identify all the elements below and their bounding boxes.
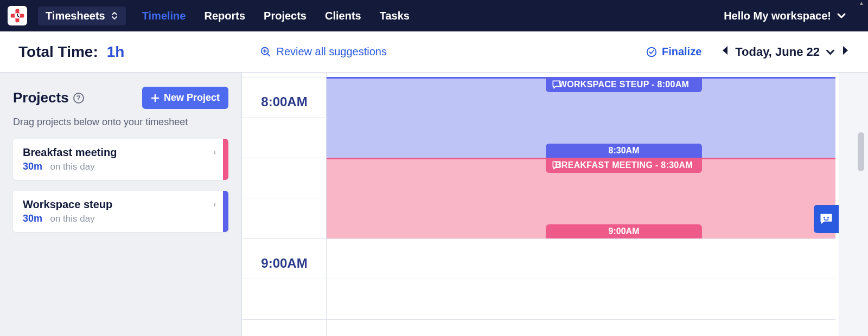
timeline-block-title: BREAKFAST MEETING - 8:30AM xyxy=(555,160,693,170)
date-picker: Today, June 22 xyxy=(721,45,850,59)
timeline-block-title: WORKSPACE STEUP - 8:00AM xyxy=(559,80,689,89)
project-duration: 30m xyxy=(23,213,42,224)
scrollbar-thumb[interactable] xyxy=(858,132,864,171)
projects-heading-text: Projects xyxy=(13,89,69,106)
comment-bubble-icon[interactable] xyxy=(551,160,562,173)
svg-point-6 xyxy=(827,217,829,218)
timesheets-menu[interactable]: Timesheets xyxy=(38,7,126,25)
project-color-bar xyxy=(223,191,228,232)
up-down-chevron-icon xyxy=(111,11,118,21)
kebab-icon[interactable]: ··· xyxy=(209,202,220,205)
tab-tasks[interactable]: Tasks xyxy=(380,10,410,22)
window-scroll-arrows[interactable]: ▲ xyxy=(856,0,867,31)
project-color-bar xyxy=(223,139,228,180)
check-circle-icon xyxy=(646,46,658,58)
project-title: Workspace steup xyxy=(23,198,200,211)
magnify-plus-icon xyxy=(260,46,272,58)
clock-plus-icon xyxy=(10,8,25,23)
date-label[interactable]: Today, June 22 xyxy=(735,45,820,59)
tab-timeline[interactable]: Timeline xyxy=(142,10,186,22)
chat-smile-icon xyxy=(819,211,834,227)
chevron-down-icon[interactable] xyxy=(826,47,835,55)
timesheets-label: Timesheets xyxy=(46,10,105,22)
app-logo[interactable] xyxy=(8,6,27,25)
timeline-block-header[interactable]: BREAKFAST MEETING - 8:30AM xyxy=(546,158,702,173)
project-duration: 30m xyxy=(23,161,42,172)
timeline-panel[interactable]: 8:00AM 9:00AM WORKSPACE STEUP - 8:00AM 8… xyxy=(242,73,868,336)
chat-widget[interactable] xyxy=(814,205,839,233)
prev-day-button[interactable] xyxy=(721,45,730,59)
projects-heading: Projects ? xyxy=(13,89,84,106)
main-body: Projects ? New Project Drag projects bel… xyxy=(0,73,868,336)
timeline-block-end-label: 9:00AM xyxy=(609,227,640,236)
projects-sidebar: Projects ? New Project Drag projects bel… xyxy=(0,73,242,336)
workspace-menu[interactable]: Hello My workspace! xyxy=(724,10,860,22)
review-suggestions-link[interactable]: Review all suggestions xyxy=(260,46,386,58)
project-card[interactable]: ··· Workspace steup 30m on this day xyxy=(13,191,228,232)
plus-icon xyxy=(151,94,159,102)
new-project-button[interactable]: New Project xyxy=(142,87,228,109)
kebab-icon[interactable]: ··· xyxy=(209,150,220,153)
project-card[interactable]: ··· Breakfast meeting 30m on this day xyxy=(13,139,228,180)
timeline-block-end: 8:30AM xyxy=(546,144,702,158)
tab-projects[interactable]: Projects xyxy=(264,10,307,22)
sidebar-hint: Drag projects below onto your timesheet xyxy=(13,117,228,128)
svg-point-4 xyxy=(647,47,656,56)
review-text: Review all suggestions xyxy=(276,46,386,58)
help-circle-icon[interactable]: ? xyxy=(73,93,84,104)
tab-reports[interactable]: Reports xyxy=(204,10,245,22)
svg-point-5 xyxy=(824,217,825,218)
timeline-block-end-label: 8:30AM xyxy=(609,146,640,156)
total-time-value: 1h xyxy=(107,43,125,61)
timeline-block-header[interactable]: WORKSPACE STEUP - 8:00AM xyxy=(546,77,702,92)
chevron-down-icon xyxy=(837,11,846,21)
total-time-label: Total Time: xyxy=(18,43,98,61)
timeline-block-end: 9:00AM xyxy=(546,224,702,238)
finalize-button[interactable]: Finalize xyxy=(646,46,701,58)
finalize-text: Finalize xyxy=(662,46,701,58)
tab-clients[interactable]: Clients xyxy=(325,10,361,22)
project-day: on this day xyxy=(50,214,94,224)
vertical-scrollbar[interactable] xyxy=(839,73,868,336)
comment-bubble-icon[interactable] xyxy=(551,79,562,92)
new-project-text: New Project xyxy=(164,92,220,104)
summary-bar: Total Time: 1h Review all suggestions Fi… xyxy=(0,31,868,73)
scroll-up-icon[interactable]: ▲ xyxy=(859,0,864,6)
project-title: Breakfast meeting xyxy=(23,146,200,159)
project-day: on this day xyxy=(50,161,94,172)
workspace-label: Hello My workspace! xyxy=(724,10,831,22)
next-day-button[interactable] xyxy=(841,45,850,59)
nav-tabs: Timeline Reports Projects Clients Tasks xyxy=(142,10,410,22)
top-nav: Timesheets Timeline Reports Projects Cli… xyxy=(0,0,868,31)
